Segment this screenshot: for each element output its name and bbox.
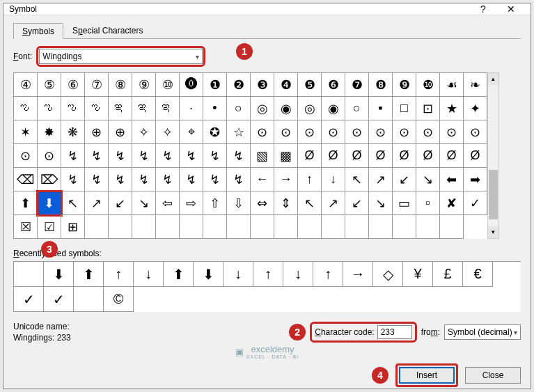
symbol-cell[interactable] — [180, 215, 203, 239]
symbol-cell[interactable]: ⊕ — [109, 120, 132, 144]
recent-symbol-cell[interactable]: ✓ — [14, 287, 44, 312]
symbol-cell[interactable] — [227, 215, 251, 239]
symbol-cell[interactable]: ↗ — [369, 168, 393, 191]
symbol-cell[interactable] — [156, 215, 180, 239]
symbol-cell[interactable]: ❹ — [274, 73, 298, 97]
symbol-cell[interactable]: ↯ — [132, 168, 156, 191]
symbol-cell[interactable]: ✧ — [132, 120, 156, 144]
symbol-cell[interactable]: ▧ — [251, 144, 274, 168]
symbol-cell[interactable]: ↯ — [85, 168, 109, 191]
symbol-cell[interactable]: ⬇ — [38, 191, 61, 215]
recent-symbol-cell[interactable]: ◇ — [373, 262, 403, 287]
symbol-cell[interactable] — [85, 215, 109, 239]
recent-symbol-cell[interactable]: → — [343, 262, 373, 287]
recent-symbol-cell[interactable]: ⬇ — [44, 262, 74, 287]
symbol-cell[interactable]: Ø — [322, 144, 345, 168]
symbol-cell[interactable]: ⊞ — [61, 215, 85, 239]
symbol-cell[interactable]: ↯ — [156, 168, 180, 191]
symbol-cell[interactable]: ⑩ — [156, 73, 180, 97]
tab-symbols[interactable]: Symbols — [13, 23, 63, 39]
symbol-cell[interactable]: ↯ — [180, 144, 203, 168]
symbol-cell[interactable]: ○ — [345, 97, 369, 120]
symbol-cell[interactable]: ⑨ — [132, 73, 156, 97]
symbol-cell[interactable]: ⊙ — [393, 120, 416, 144]
symbol-cell[interactable]: ఇ — [156, 97, 180, 120]
character-code-input[interactable] — [377, 325, 412, 339]
symbol-cell[interactable]: ⓿ — [180, 73, 203, 97]
symbol-cell[interactable]: ✦ — [464, 97, 487, 120]
symbol-cell[interactable]: ⊙ — [369, 120, 393, 144]
symbol-cell[interactable]: ▭ — [393, 191, 416, 215]
symbol-cell[interactable]: ↓ — [322, 168, 345, 191]
symbol-cell[interactable] — [345, 215, 369, 239]
symbol-cell[interactable] — [203, 215, 227, 239]
symbol-cell[interactable]: ✘ — [440, 191, 464, 215]
symbol-cell[interactable]: ▫ — [416, 191, 440, 215]
help-button[interactable]: ? — [469, 3, 497, 15]
symbol-cell[interactable]: ⊙ — [38, 144, 61, 168]
symbol-cell[interactable] — [393, 215, 416, 239]
symbol-cell[interactable] — [109, 215, 132, 239]
symbol-cell[interactable]: ↘ — [132, 191, 156, 215]
recent-symbol-cell[interactable] — [74, 287, 104, 312]
symbol-cell[interactable]: ⊙ — [345, 120, 369, 144]
symbol-cell[interactable]: ↙ — [393, 168, 416, 191]
close-x-button[interactable]: ✕ — [497, 3, 525, 15]
symbol-cell[interactable]: ఌ — [14, 97, 38, 120]
symbol-cell[interactable]: ☆ — [227, 120, 251, 144]
symbol-cell[interactable]: ↯ — [85, 144, 109, 168]
from-dropdown[interactable]: Symbol (decimal) ▾ — [444, 324, 521, 340]
symbol-cell[interactable]: ఌ — [38, 97, 61, 120]
symbol-cell[interactable]: ❻ — [322, 73, 345, 97]
symbol-cell[interactable]: ⊙ — [416, 120, 440, 144]
insert-button[interactable]: Insert — [399, 367, 455, 384]
symbol-cell[interactable]: ⌖ — [180, 120, 203, 144]
symbol-cell[interactable]: ⊡ — [416, 97, 440, 120]
symbol-cell[interactable]: • — [203, 97, 227, 120]
symbol-cell[interactable]: ❧ — [464, 73, 487, 97]
symbol-cell[interactable]: ↙ — [345, 191, 369, 215]
symbol-cell[interactable]: ↖ — [61, 191, 85, 215]
recent-symbol-cell[interactable]: ↑ — [253, 262, 283, 287]
symbol-cell[interactable]: ⇕ — [274, 191, 298, 215]
recent-symbol-cell[interactable]: © — [104, 287, 134, 312]
symbol-cell[interactable]: ↯ — [227, 144, 251, 168]
scroll-up-icon[interactable]: ▴ — [488, 73, 498, 85]
symbol-cell[interactable]: ↯ — [109, 144, 132, 168]
symbol-cell[interactable]: ⌦ — [38, 168, 61, 191]
symbol-cell[interactable]: Ø — [393, 144, 416, 168]
recent-symbol-cell[interactable]: ↑ — [104, 262, 134, 287]
symbol-cell[interactable] — [298, 215, 322, 239]
symbol-cell[interactable]: ఇ — [132, 97, 156, 120]
recent-symbol-cell[interactable] — [14, 262, 44, 287]
symbol-cell[interactable]: □ — [393, 97, 416, 120]
symbol-cell[interactable]: ⬅ — [440, 168, 464, 191]
symbol-cell[interactable]: ↑ — [298, 168, 322, 191]
symbol-cell[interactable]: ❽ — [369, 73, 393, 97]
symbol-cell[interactable]: ☑ — [38, 215, 61, 239]
symbol-cell[interactable]: ↘ — [416, 168, 440, 191]
symbol-cell[interactable]: → — [274, 168, 298, 191]
symbol-cell[interactable]: ◎ — [298, 97, 322, 120]
symbol-cell[interactable]: ▪ — [369, 97, 393, 120]
symbol-cell[interactable]: Ø — [298, 144, 322, 168]
recent-symbol-cell[interactable]: € — [463, 262, 493, 287]
symbol-cell[interactable]: ⑤ — [38, 73, 61, 97]
symbol-cell[interactable] — [274, 215, 298, 239]
symbol-cell[interactable]: ❿ — [416, 73, 440, 97]
symbol-cell[interactable]: ⑦ — [85, 73, 109, 97]
tab-special-characters[interactable]: Special Characters — [63, 22, 152, 38]
symbol-cell[interactable]: ▩ — [274, 144, 298, 168]
symbol-cell[interactable] — [440, 215, 464, 239]
symbol-cell[interactable]: ⇦ — [156, 191, 180, 215]
recent-symbol-cell[interactable]: ¥ — [403, 262, 433, 287]
symbol-cell[interactable]: Ø — [464, 144, 487, 168]
symbol-cell[interactable]: ❸ — [251, 73, 274, 97]
symbol-cell[interactable]: ⇧ — [203, 191, 227, 215]
symbol-cell[interactable]: ◉ — [322, 97, 345, 120]
symbol-cell[interactable]: ↘ — [369, 191, 393, 215]
close-button[interactable]: Close — [465, 367, 521, 384]
symbol-cell[interactable] — [416, 215, 440, 239]
symbol-cell[interactable]: ↯ — [156, 144, 180, 168]
recent-symbol-cell[interactable]: ↓ — [134, 262, 164, 287]
